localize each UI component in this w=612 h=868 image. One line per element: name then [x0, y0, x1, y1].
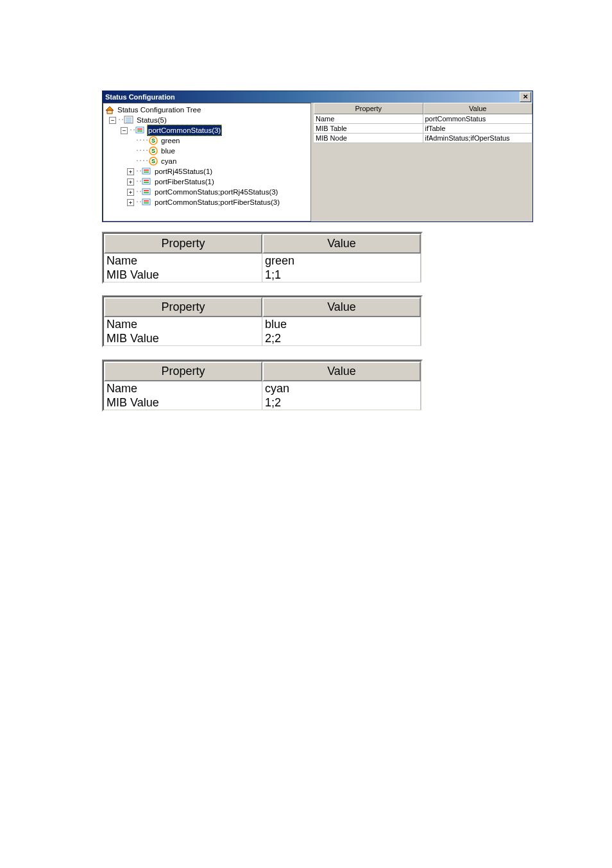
ptable-cell-property: Name: [104, 254, 262, 268]
svg-rect-8: [137, 130, 142, 132]
svg-text:S: S: [151, 158, 155, 164]
grid-header: Property Value: [314, 103, 532, 114]
tree-pcs-rj45-label: portCommonStatus;portRj45Status(3): [153, 187, 279, 197]
svg-rect-22: [144, 190, 149, 191]
ptable-row[interactable]: Name green: [104, 254, 421, 268]
grid-cell-property: MIB Table: [314, 124, 423, 133]
close-button[interactable]: ✕: [520, 92, 531, 102]
grid-cell-value: ifTable: [423, 124, 533, 133]
ptable-row[interactable]: MIB Value 1;1: [104, 268, 421, 282]
svg-rect-7: [137, 128, 142, 130]
module-icon: [142, 197, 152, 207]
ptable-cell-property: Name: [104, 317, 262, 331]
ptable-col-property[interactable]: Property: [104, 234, 262, 254]
ptable-col-value[interactable]: Value: [262, 361, 421, 381]
tree-node-pcs-fiber[interactable]: + ·· portCommonStatus;portFiberStatus(3): [105, 197, 309, 207]
ptable-cell-value: 1;2: [262, 395, 421, 410]
tree-node-portfiber[interactable]: + ·· portFiberStatus(1): [105, 177, 309, 187]
ptable-col-property[interactable]: Property: [104, 297, 262, 317]
status-tree[interactable]: Status Configuration Tree − ·· Status(5)…: [105, 105, 309, 207]
expand-icon[interactable]: +: [127, 168, 134, 175]
expand-icon[interactable]: +: [127, 199, 134, 206]
tree-pcs-label: portCommonStatus(3): [147, 125, 222, 136]
svg-rect-6: [136, 127, 144, 133]
tree-blue-label: blue: [160, 146, 176, 156]
status-s-icon: S: [148, 146, 158, 156]
grid-row[interactable]: Name portCommonStatus: [314, 114, 532, 124]
ptable-header: Property Value: [104, 297, 421, 317]
grid-row[interactable]: MIB Table ifTable: [314, 124, 532, 134]
status-s-icon: S: [148, 156, 158, 166]
ptable-col-property[interactable]: Property: [104, 361, 262, 381]
module-icon: [135, 125, 146, 135]
property-table-green: Property Value Name green MIB Value 1;1: [102, 232, 423, 284]
tree-fiber-label: portFiberStatus(1): [153, 177, 216, 187]
svg-rect-17: [144, 171, 149, 173]
property-grid: Property Value Name portCommonStatus MIB…: [314, 103, 532, 221]
tree-green-label: green: [160, 135, 181, 146]
titlebar[interactable]: Status Configuration ✕: [103, 91, 532, 103]
home-icon: [105, 105, 115, 115]
ptable-cell-property: Name: [104, 381, 262, 395]
tree-node-green[interactable]: ···· S green: [105, 135, 309, 146]
svg-rect-24: [142, 199, 150, 205]
list-icon: [124, 115, 134, 125]
module-icon: [142, 187, 152, 197]
collapse-icon[interactable]: −: [121, 127, 128, 134]
svg-rect-20: [144, 182, 149, 183]
ptable-header: Property Value: [104, 234, 421, 254]
tree-pane: Status Configuration Tree − ·· Status(5)…: [103, 103, 311, 221]
grid-cell-value: portCommonStatus: [423, 114, 533, 123]
svg-marker-0: [106, 107, 114, 110]
ptable-cell-value: cyan: [262, 381, 421, 395]
svg-rect-19: [144, 180, 149, 181]
module-icon: [142, 177, 152, 187]
property-table-blue: Property Value Name blue MIB Value 2;2: [102, 295, 423, 347]
grid-cell-value: ifAdminStatus;ifOperStatus: [423, 134, 533, 143]
grid-row[interactable]: MIB Node ifAdminStatus;ifOperStatus: [314, 134, 532, 143]
svg-rect-21: [142, 189, 150, 195]
svg-rect-18: [142, 178, 150, 184]
module-icon: [142, 166, 152, 177]
ptable-row[interactable]: Name blue: [104, 317, 421, 331]
tree-node-cyan[interactable]: ···· S cyan: [105, 156, 309, 166]
status-s-icon: S: [148, 135, 158, 146]
tree-cyan-label: cyan: [160, 156, 178, 166]
expand-icon[interactable]: +: [127, 189, 134, 196]
expand-icon[interactable]: +: [127, 178, 134, 186]
grid-cell-property: MIB Node: [314, 134, 423, 143]
tree-status-label: Status(5): [135, 115, 168, 125]
ptable-cell-value: 1;1: [262, 268, 421, 282]
svg-rect-16: [144, 169, 149, 171]
tree-node-pcs-rj45[interactable]: + ·· portCommonStatus;portRj45Status(3): [105, 187, 309, 197]
svg-rect-15: [142, 168, 150, 174]
ptable-cell-property: MIB Value: [104, 268, 262, 282]
grid-cell-property: Name: [314, 114, 423, 123]
tree-node-blue[interactable]: ···· S blue: [105, 146, 309, 156]
ptable-cell-value: green: [262, 254, 421, 268]
tree-root[interactable]: Status Configuration Tree: [105, 105, 309, 115]
ptable-col-value[interactable]: Value: [262, 234, 421, 254]
status-configuration-window: Status Configuration ✕ Status Configurat…: [102, 91, 533, 222]
ptable-header: Property Value: [104, 361, 421, 381]
tree-node-status[interactable]: − ·· Status(5): [105, 115, 309, 125]
collapse-icon[interactable]: −: [109, 117, 116, 124]
svg-rect-25: [144, 200, 149, 202]
ptable-cell-property: MIB Value: [104, 331, 262, 345]
tree-node-portcommonstatus[interactable]: − ·· portCommonStatus(3): [105, 125, 309, 135]
tree-pcs-fiber-label: portCommonStatus;portFiberStatus(3): [153, 197, 281, 207]
svg-text:S: S: [151, 148, 155, 154]
svg-rect-23: [144, 192, 149, 193]
property-table-cyan: Property Value Name cyan MIB Value 1;2: [102, 360, 423, 412]
tree-root-label: Status Configuration Tree: [116, 105, 202, 115]
ptable-row[interactable]: MIB Value 2;2: [104, 331, 421, 345]
ptable-cell-value: blue: [262, 317, 421, 331]
ptable-col-value[interactable]: Value: [262, 297, 421, 317]
tree-node-portrj45[interactable]: + ·· portRj45Status(1): [105, 166, 309, 177]
ptable-row[interactable]: Name cyan: [104, 381, 421, 395]
col-property-header[interactable]: Property: [314, 103, 423, 114]
svg-text:S: S: [151, 137, 155, 144]
ptable-row[interactable]: MIB Value 1;2: [104, 395, 421, 410]
col-value-header[interactable]: Value: [423, 103, 533, 114]
ptable-cell-property: MIB Value: [104, 395, 262, 410]
